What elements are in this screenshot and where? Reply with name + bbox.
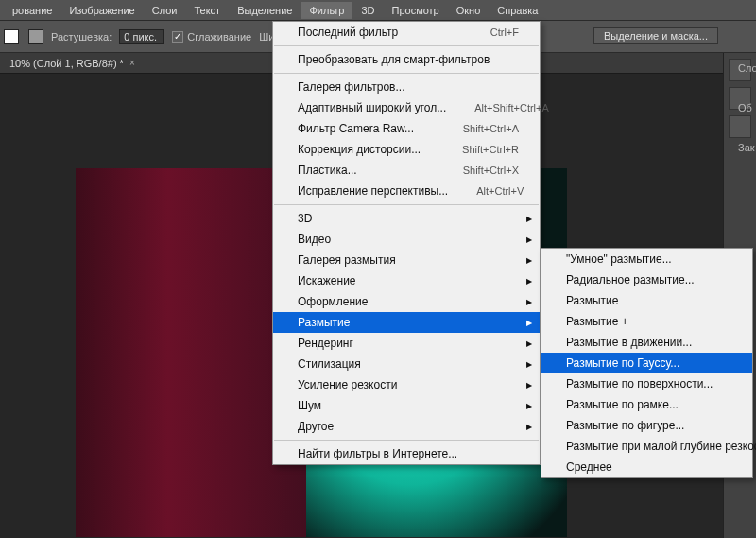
menuitem-blur-more[interactable]: Размытие + [541,311,752,332]
panel-tab-bookmarks[interactable]: Зак [735,136,756,159]
menu-edit[interactable]: рование [4,2,60,19]
checkbox-icon [172,31,183,43]
menuitem-lens-blur[interactable]: Размытие при малой глубине резкости... [541,436,752,457]
menuitem-liquify[interactable]: Пластика... Shift+Ctrl+X [273,160,540,181]
selection-mode-icon[interactable] [4,29,19,44]
submenu-noise[interactable]: Шум [273,395,540,416]
menu-image[interactable]: Изображение [60,2,143,19]
submenu-3d[interactable]: 3D [273,208,540,229]
menuitem-box-blur[interactable]: Размытие по рамке... [541,394,752,415]
submenu-other[interactable]: Другое [273,416,540,437]
antialias-checkbox[interactable]: Сглаживание [172,31,251,43]
document-tab[interactable]: 10% (Слой 1, RGB/8#) * × [0,55,145,72]
submenu-video[interactable]: Видео [273,229,540,250]
menuitem-vanishing-point[interactable]: Исправление перспективы... Alt+Ctrl+V [273,181,540,201]
submenu-distort[interactable]: Искажение [273,270,540,291]
menuitem-convert-smart-filters[interactable]: Преобразовать для смарт-фильтров [273,49,540,70]
menuitem-smart-blur[interactable]: "Умное" размытие... [541,249,752,269]
menuitem-find-filters-online[interactable]: Найти фильтры в Интернете... [273,443,540,464]
menuitem-last-filter[interactable]: Последний фильтр Ctrl+F [273,22,540,43]
menuitem-camera-raw[interactable]: Фильтр Camera Raw... Shift+Ctrl+A [273,118,540,139]
feather-input[interactable]: 0 пикс. [119,29,164,44]
menu-view[interactable]: Просмотр [383,2,447,19]
panel-tab-properties[interactable]: Об [735,96,756,119]
menu-text[interactable]: Текст [185,2,229,19]
menuitem-average[interactable]: Среднее [541,457,752,477]
menuitem-gaussian-blur[interactable]: Размытие по Гауссу... [541,353,752,373]
menuitem-lens-correction[interactable]: Коррекция дисторсии... Shift+Ctrl+R [273,139,540,160]
menuitem-radial-blur[interactable]: Радиальное размытие... [541,269,752,290]
menu-select[interactable]: Выделение [229,2,301,19]
menu-filter[interactable]: Фильтр [301,2,352,19]
filter-dropdown-menu: Последний фильтр Ctrl+F Преобразовать дл… [272,21,541,465]
submenu-sharpen[interactable]: Усиление резкости [273,374,540,395]
menuitem-blur[interactable]: Размытие [541,290,752,311]
antialias-label: Сглаживание [187,31,251,43]
menu-layers[interactable]: Слои [144,2,186,19]
submenu-blur[interactable]: Размытие [273,312,540,333]
close-tab-icon[interactable]: × [129,58,135,68]
submenu-render[interactable]: Рендеринг [273,333,540,354]
submenu-blur-gallery[interactable]: Галерея размытия [273,250,540,270]
menuitem-surface-blur[interactable]: Размытие по поверхности... [541,373,752,394]
panel-tab-layers[interactable]: Сло [735,57,756,79]
main-menubar[interactable]: рование Изображение Слои Текст Выделение… [0,0,756,21]
menuitem-adaptive-wide-angle[interactable]: Адаптивный широкий угол... Alt+Shift+Ctr… [273,97,540,118]
feather-label: Растушевка: [51,31,112,43]
select-and-mask-button[interactable]: Выделение и маска... [593,27,718,44]
submenu-stylize[interactable]: Стилизация [273,354,540,374]
menuitem-shape-blur[interactable]: Размытие по фигуре... [541,415,752,436]
menuitem-motion-blur[interactable]: Размытие в движении... [541,332,752,353]
submenu-stylize-group[interactable]: Оформление [273,291,540,312]
selection-mode-icon-2[interactable] [28,29,43,44]
blur-submenu: "Умное" размытие... Радиальное размытие.… [541,248,753,478]
document-tab-title: 10% (Слой 1, RGB/8#) * [9,58,124,69]
panel-tab-labels: Сло Об Зак [735,57,756,159]
menu-help[interactable]: Справка [489,2,546,19]
menu-window[interactable]: Окно [448,2,490,19]
menu-3d[interactable]: 3D [352,2,383,19]
menuitem-filter-gallery[interactable]: Галерея фильтров... [273,77,540,97]
